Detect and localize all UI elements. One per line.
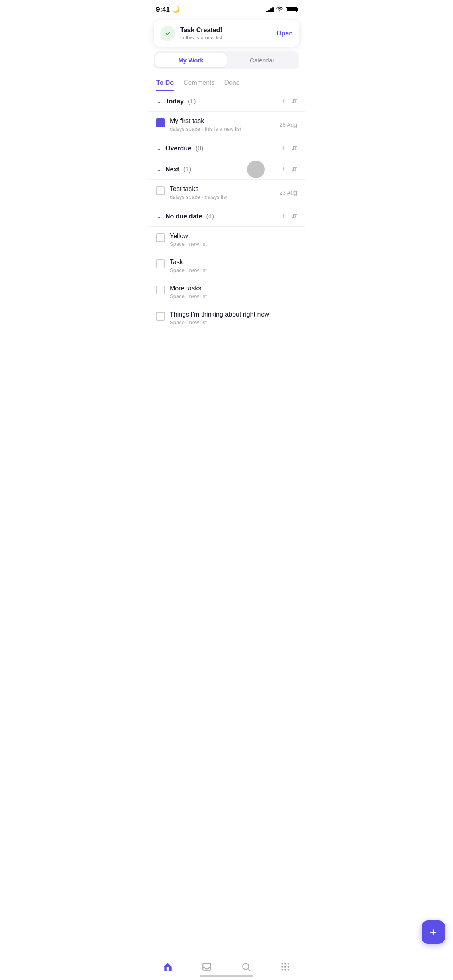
battery-icon bbox=[286, 7, 297, 12]
sub-tabs: To Do Comments Done bbox=[148, 74, 305, 91]
task-breadcrumb: Space › new list bbox=[170, 241, 297, 247]
notification-banner[interactable]: Task Created! in this is a new list Open bbox=[154, 20, 299, 47]
section-next-wrapper: ⌄ Next (1) + ⇵ bbox=[148, 159, 305, 180]
task-breadcrumb: Space › new list bbox=[170, 293, 297, 299]
task-name: Task bbox=[170, 259, 297, 266]
breadcrumb-arrow-icon: › bbox=[186, 268, 188, 273]
task-name: My first task bbox=[170, 117, 274, 125]
status-bar: 9:41 🌙 bbox=[148, 0, 305, 17]
task-breadcrumb: Space › new list bbox=[170, 267, 297, 273]
task-checkbox-empty[interactable] bbox=[156, 259, 165, 268]
task-item[interactable]: Yellow Space › new list bbox=[148, 227, 305, 253]
section-overdue-header: ⌄ Overdue (0) + ⇵ bbox=[148, 138, 305, 159]
task-checkbox-empty[interactable] bbox=[156, 312, 165, 321]
add-task-no-due-button[interactable]: + bbox=[281, 212, 286, 221]
task-date: 28 Aug bbox=[279, 121, 297, 128]
svg-point-0 bbox=[165, 30, 171, 37]
reorder-overdue-icon[interactable]: ⇵ bbox=[292, 144, 297, 152]
section-no-due-date-header: ⌄ No due date (4) + ⇵ bbox=[148, 206, 305, 227]
wifi-icon bbox=[276, 6, 283, 13]
section-overdue-title: Overdue bbox=[165, 145, 191, 152]
breadcrumb-arrow-icon: › bbox=[186, 294, 188, 299]
breadcrumb-arrow-icon: › bbox=[186, 242, 188, 247]
task-item[interactable]: Test tasks daisys space › daisys list 23… bbox=[148, 180, 305, 206]
task-item[interactable]: My first task daisys space › this is a n… bbox=[148, 112, 305, 138]
task-checkbox-empty[interactable] bbox=[156, 186, 165, 195]
task-name: Yellow bbox=[170, 233, 297, 240]
section-next-title: Next bbox=[165, 166, 179, 173]
status-icons bbox=[266, 6, 297, 13]
task-name: Test tasks bbox=[170, 185, 274, 193]
section-next-header: ⌄ Next (1) + ⇵ bbox=[148, 159, 305, 180]
task-name: Things I'm thinking about right now bbox=[170, 311, 297, 318]
task-breadcrumb: daisys space › this is a new list bbox=[170, 126, 274, 132]
section-no-due-date-title: No due date bbox=[165, 213, 202, 220]
add-task-overdue-button[interactable]: + bbox=[281, 144, 286, 153]
scroll-content: ⌄ Today (1) + ⇵ My first task daisys spa… bbox=[148, 91, 305, 372]
task-item[interactable]: More tasks Space › new list bbox=[148, 279, 305, 305]
section-today-title: Today bbox=[165, 98, 184, 105]
section-next-count: (1) bbox=[183, 166, 191, 173]
breadcrumb-arrow-icon: › bbox=[186, 320, 188, 325]
section-today-header: ⌄ Today (1) + ⇵ bbox=[148, 91, 305, 112]
notification-title: Task Created! bbox=[180, 27, 222, 34]
drag-indicator bbox=[247, 161, 265, 178]
section-today-count: (1) bbox=[188, 98, 196, 105]
task-checkbox-empty[interactable] bbox=[156, 286, 165, 294]
breadcrumb-arrow-icon: › bbox=[202, 195, 203, 200]
reorder-today-icon[interactable]: ⇵ bbox=[292, 97, 297, 105]
chevron-down-icon[interactable]: ⌄ bbox=[156, 165, 161, 173]
notification-check-icon bbox=[160, 26, 175, 41]
task-name: More tasks bbox=[170, 285, 297, 292]
reorder-no-due-icon[interactable]: ⇵ bbox=[292, 212, 297, 220]
task-item[interactable]: Things I'm thinking about right now Spac… bbox=[148, 305, 305, 331]
chevron-down-icon[interactable]: ⌄ bbox=[156, 212, 161, 220]
notification-subtitle: in this is a new list bbox=[180, 35, 222, 41]
reorder-next-icon[interactable]: ⇵ bbox=[292, 165, 297, 173]
chevron-down-icon[interactable]: ⌄ bbox=[156, 97, 161, 105]
signal-icon bbox=[266, 7, 274, 12]
chevron-down-icon[interactable]: ⌄ bbox=[156, 144, 161, 152]
add-task-next-button[interactable]: + bbox=[281, 165, 286, 174]
tab-todo[interactable]: To Do bbox=[156, 79, 174, 91]
add-task-today-button[interactable]: + bbox=[281, 97, 286, 106]
breadcrumb-arrow-icon: › bbox=[202, 127, 203, 132]
section-no-due-date-count: (4) bbox=[206, 213, 214, 220]
task-checkbox-checked[interactable] bbox=[156, 118, 165, 127]
task-date: 23 Aug bbox=[279, 189, 297, 196]
task-item[interactable]: Task Space › new list bbox=[148, 253, 305, 279]
tab-calendar[interactable]: Calendar bbox=[226, 53, 298, 67]
tab-done[interactable]: Done bbox=[224, 79, 240, 91]
notification-open-button[interactable]: Open bbox=[276, 30, 293, 37]
task-breadcrumb: daisys space › daisys list bbox=[170, 194, 274, 200]
main-tabs: My Work Calendar bbox=[154, 51, 299, 69]
tab-my-work[interactable]: My Work bbox=[155, 53, 226, 67]
task-breadcrumb: Space › new list bbox=[170, 319, 297, 325]
task-checkbox-empty[interactable] bbox=[156, 233, 165, 242]
section-overdue-count: (0) bbox=[196, 145, 204, 152]
tab-comments[interactable]: Comments bbox=[183, 79, 214, 91]
moon-icon: 🌙 bbox=[172, 6, 180, 13]
status-time: 9:41 bbox=[156, 6, 170, 14]
